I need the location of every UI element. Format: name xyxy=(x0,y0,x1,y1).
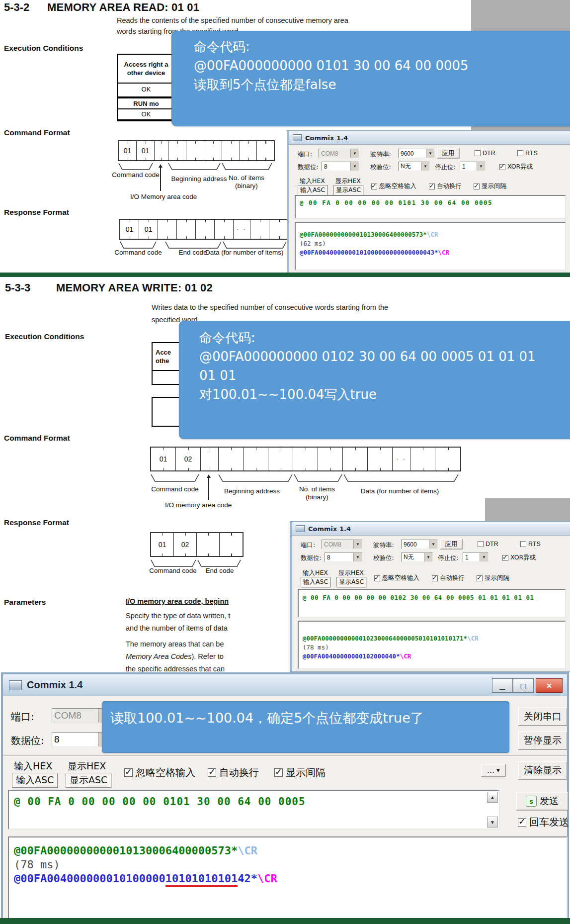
clear-display-button[interactable]: 清除显示 xyxy=(518,761,568,780)
chevron-down-icon[interactable]: ▼ xyxy=(353,553,362,561)
port-select[interactable]: COM8▼ xyxy=(319,149,359,158)
databits-select[interactable]: 8▼ xyxy=(325,553,362,562)
exec-t1-ok: OK xyxy=(118,84,174,95)
send-input-text[interactable]: @ 00 FA 0 00 00 00 00 0101 30 00 64 00 0… xyxy=(296,196,565,206)
callout1-line1: 命令代码: xyxy=(194,37,570,56)
checkbox-icon[interactable] xyxy=(478,541,484,547)
chevron-down-icon[interactable]: ▼ xyxy=(353,540,362,549)
checkbox-checked-icon[interactable] xyxy=(208,768,216,777)
apply-button[interactable]: 应用 xyxy=(437,148,460,159)
send-input-area[interactable]: @ 00 FA 0 00 00 00 00 0101 30 00 64 00 0… xyxy=(295,195,566,219)
titlebar[interactable]: Commix 1.4 xyxy=(289,131,570,145)
send-input-area[interactable]: @ 00 FA 0 00 00 00 00 0102 30 00 64 00 0… xyxy=(298,589,566,618)
dtr-checkbox[interactable]: DTR xyxy=(478,541,498,548)
chevron-down-icon[interactable]: ▼ xyxy=(429,540,437,549)
tab-input-hex[interactable]: 输入HEX xyxy=(300,177,325,185)
tab-show-hex[interactable]: 显示HEX xyxy=(338,569,364,577)
tab-input-asc[interactable]: 输入ASC xyxy=(12,773,58,788)
desc-line1: Reads the contents of the specified numb… xyxy=(117,16,348,24)
enter-send-checkbox[interactable]: 回车发送 xyxy=(518,816,569,829)
stopbits-value: 1 xyxy=(460,163,477,170)
rts-checkbox[interactable]: RTS xyxy=(520,541,541,548)
pause-display-button[interactable]: 暂停显示 xyxy=(518,731,568,750)
io-arrow-line-533 xyxy=(208,477,209,500)
send-button[interactable]: s发送 xyxy=(516,792,569,811)
send-input-area[interactable]: @ 00 FA 0 00 00 00 00 0101 30 00 64 00 0… xyxy=(8,790,500,830)
checkbox-icon[interactable] xyxy=(517,150,523,156)
databits-select[interactable]: 8▼ xyxy=(322,162,359,171)
chevron-down-icon[interactable]: ▼ xyxy=(424,553,432,561)
checkbox-checked-icon[interactable] xyxy=(371,184,377,189)
checkbox-checked-icon[interactable] xyxy=(429,184,435,189)
checkbox-checked-icon[interactable] xyxy=(124,768,133,777)
minimize-button[interactable]: ▁ xyxy=(492,678,513,693)
more-options-button[interactable]: …▼ xyxy=(481,764,506,777)
tab-show-asc[interactable]: 显示ASC xyxy=(333,185,363,195)
ignore-space-checkbox[interactable]: 忽略空格输入 xyxy=(124,766,195,779)
dtr-checkbox[interactable]: DTR xyxy=(475,150,495,157)
xor-checkbox[interactable]: XOR异或 xyxy=(499,163,533,171)
ignore-space-checkbox[interactable]: 忽略空格输入 xyxy=(374,574,419,582)
receive-area[interactable]: @00FA0000000000010130006400000573*\CR (6… xyxy=(295,222,566,271)
baud-label: 波特率: xyxy=(373,541,394,550)
interval-checkbox[interactable]: 显示间隔 xyxy=(274,766,326,779)
baud-select[interactable]: 9600▼ xyxy=(398,149,435,158)
xor-checkbox[interactable]: XOR异或 xyxy=(502,554,536,562)
ignore-space-checkbox[interactable]: 忽略空格输入 xyxy=(371,182,416,190)
scroll-up-icon[interactable]: ▲ xyxy=(487,792,498,803)
baud-select[interactable]: 9600▼ xyxy=(401,540,438,549)
parity-select[interactable]: N无▼ xyxy=(401,553,433,562)
auto-wrap-checkbox[interactable]: 自动换行 xyxy=(208,766,259,779)
cell-gap: · · xyxy=(393,448,410,470)
close-icon[interactable]: ✕ xyxy=(536,678,563,693)
chevron-down-icon[interactable]: ▼ xyxy=(350,149,359,158)
chevron-down-icon[interactable]: ▼ xyxy=(426,149,434,158)
maximize-button[interactable]: ▢ xyxy=(513,678,534,693)
interval-checkbox[interactable]: 显示间隔 xyxy=(474,182,506,190)
rts-checkbox[interactable]: RTS xyxy=(517,150,538,157)
tab-show-hex[interactable]: 显示HEX xyxy=(68,760,106,773)
titlebar[interactable]: Commix 1.4 xyxy=(3,674,567,696)
stopbits-select[interactable]: 1▼ xyxy=(463,553,489,562)
port-select[interactable]: COM8▼ xyxy=(322,540,362,549)
checkbox-checked-icon[interactable] xyxy=(432,575,438,581)
checkbox-icon[interactable] xyxy=(520,541,526,547)
checkbox-checked-icon[interactable] xyxy=(474,184,480,189)
stopbits-select[interactable]: 1▼ xyxy=(460,162,486,171)
apply-button[interactable]: 应用 xyxy=(440,539,463,550)
chevron-down-icon[interactable]: ▼ xyxy=(350,162,359,171)
interval-checkbox[interactable]: 显示间隔 xyxy=(477,574,509,582)
tab-input-asc[interactable]: 输入ASC xyxy=(298,185,327,195)
bottom-divider xyxy=(0,918,570,924)
tab-show-asc[interactable]: 显示ASC xyxy=(66,773,111,788)
tab-input-hex[interactable]: 输入HEX xyxy=(14,760,52,773)
titlebar[interactable]: Commix 1.4 xyxy=(292,522,570,536)
cr-mark: \CR xyxy=(427,231,438,238)
chevron-down-icon[interactable]: ▼ xyxy=(421,162,429,171)
tx-data: @00FA0000000000010130006400000573* xyxy=(300,231,427,238)
tab-input-hex[interactable]: 输入HEX xyxy=(303,569,328,577)
tab-show-asc[interactable]: 显示ASC xyxy=(336,577,366,587)
checkbox-checked-icon[interactable] xyxy=(274,768,283,777)
send-input-text[interactable]: @ 00 FA 0 00 00 00 00 0102 30 00 64 00 0… xyxy=(299,590,565,601)
parity-select[interactable]: N无▼ xyxy=(398,162,430,171)
send-input-text[interactable]: @ 00 FA 0 00 00 00 00 0101 30 00 64 00 0… xyxy=(9,791,499,808)
tab-show-hex[interactable]: 显示HEX xyxy=(335,177,361,185)
checkbox-icon[interactable] xyxy=(475,150,481,156)
chevron-down-icon[interactable]: ▼ xyxy=(480,553,488,561)
close-serial-button[interactable]: 关闭串口 xyxy=(518,707,568,726)
tab-input-asc[interactable]: 输入ASC xyxy=(301,577,330,587)
commix-window-2: Commix 1.4 端口: COM8▼ 波特率: 9600▼ 应用 DTR R… xyxy=(290,521,570,672)
receive-area[interactable]: @00FA0000000000010130006400000573*\CR (7… xyxy=(8,836,568,919)
checkbox-checked-icon[interactable] xyxy=(374,575,380,581)
desktop-grey-region-2 xyxy=(485,498,570,522)
checkbox-checked-icon[interactable] xyxy=(518,818,526,827)
auto-wrap-checkbox[interactable]: 自动换行 xyxy=(429,182,462,190)
scroll-down-icon[interactable]: ▼ xyxy=(487,817,498,828)
chevron-down-icon[interactable]: ▼ xyxy=(477,162,485,171)
receive-area[interactable]: @00FA00000000000102300064000005010101010… xyxy=(298,621,566,669)
checkbox-checked-icon[interactable] xyxy=(477,575,483,581)
auto-wrap-checkbox[interactable]: 自动换行 xyxy=(432,574,465,582)
checkbox-checked-icon[interactable] xyxy=(502,555,508,561)
checkbox-checked-icon[interactable] xyxy=(499,164,505,170)
